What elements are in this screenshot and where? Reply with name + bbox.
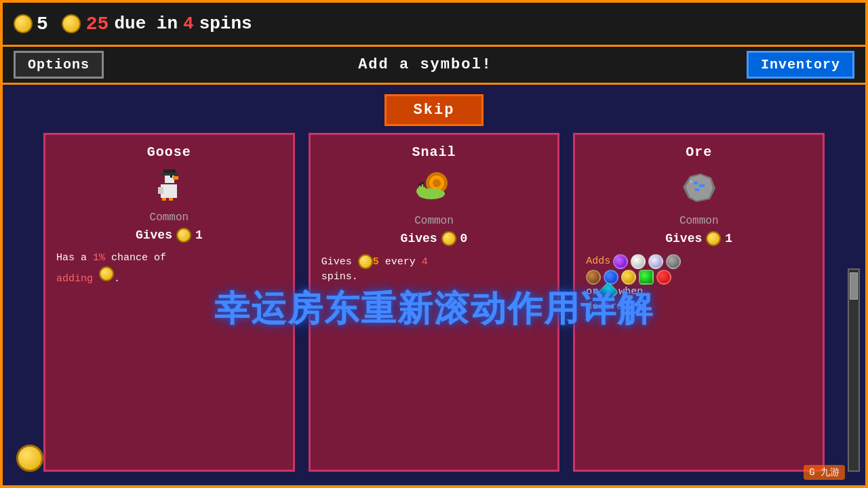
svg-rect-6: [158, 187, 163, 194]
card-snail-rarity: Common: [414, 215, 454, 227]
gives-amount-ore: 1: [725, 232, 732, 245]
card-ore[interactable]: Ore Common Gives 1: [573, 133, 825, 472]
goose-desc-percent: 1%: [93, 252, 105, 264]
gem-brown: [586, 270, 601, 285]
gem-light: [648, 254, 663, 269]
svg-rect-23: [690, 180, 692, 183]
coin-count: 5: [37, 14, 48, 35]
goose-desc-p4: .: [114, 273, 120, 285]
skip-button[interactable]: Skip: [384, 94, 484, 126]
card-ore-desc: Adds or when: [586, 254, 812, 315]
gem-purple: [613, 254, 628, 269]
goose-desc-p3: adding: [56, 273, 93, 285]
goose-desc-p1: Has a: [56, 252, 93, 264]
card-goose[interactable]: Goose: [43, 133, 295, 472]
due-display: 25 due in 4 spins: [62, 14, 252, 35]
card-snail-desc: Gives 5 every 4 spins.: [321, 254, 547, 285]
coin-display: 5: [14, 14, 48, 35]
snail-desc-coin: [358, 254, 373, 269]
due-label: due in: [114, 14, 178, 34]
gem-gold-sm: [621, 270, 636, 285]
svg-rect-3: [170, 176, 172, 178]
scrollbar[interactable]: [848, 268, 860, 472]
snail-sprite: [412, 164, 456, 211]
ore-sprite: [677, 164, 721, 211]
skip-area: Skip: [3, 85, 865, 133]
svg-rect-8: [169, 198, 173, 201]
coin-icon-main: [14, 14, 33, 33]
svg-rect-21: [699, 184, 705, 187]
goose-desc-p2: chance of: [105, 252, 166, 264]
ore-when-text: when: [618, 285, 643, 300]
ore-destroyed-text: destroyed.: [586, 300, 647, 315]
gives-coin-snail: [441, 231, 456, 246]
bottom-logo: G 九游: [804, 465, 845, 480]
top-bar: 5 25 due in 4 spins: [3, 3, 865, 47]
svg-rect-17: [421, 182, 424, 184]
svg-rect-22: [695, 188, 699, 191]
ore-desc-row2: [586, 270, 812, 285]
bottom-left-coin: [16, 445, 43, 472]
svg-rect-5: [161, 173, 178, 176]
coin-icon-due: [62, 14, 81, 33]
card-snail-gives: Gives 0: [401, 231, 468, 246]
card-ore-gives: Gives 1: [665, 231, 732, 246]
card-snail[interactable]: Snail Common: [309, 133, 560, 472]
options-button[interactable]: Options: [14, 51, 104, 79]
svg-rect-20: [694, 182, 698, 184]
gem-white: [631, 254, 646, 269]
card-ore-title: Ore: [686, 144, 712, 160]
gives-amount-goose: 1: [195, 228, 203, 242]
svg-rect-16: [418, 183, 421, 186]
spins-label: spins: [199, 14, 252, 34]
gives-coin-goose: [176, 228, 191, 243]
ore-desc-row3: or when: [586, 285, 812, 300]
ore-desc-row4: destroyed.: [586, 300, 812, 315]
snail-desc-p1: Gives: [321, 256, 358, 268]
svg-point-11: [433, 179, 441, 187]
snail-desc-p2: every: [385, 256, 416, 268]
header-row: Options Add a symbol! Inventory: [3, 47, 865, 85]
snail-desc-coins: 5: [373, 256, 379, 268]
gem-red: [656, 270, 671, 285]
gives-amount-snail: 0: [460, 232, 468, 245]
inventory-button[interactable]: Inventory: [747, 51, 854, 79]
game-container: 5 25 due in 4 spins Options Add a symbol…: [0, 0, 868, 488]
gem-blue: [604, 270, 618, 285]
svg-rect-2: [173, 176, 178, 180]
snail-desc-p3: spins.: [321, 271, 358, 283]
gives-label-goose: Gives: [136, 228, 172, 242]
card-goose-desc: Has a 1% chance of adding .: [56, 251, 282, 287]
page-title: Add a symbol!: [358, 56, 492, 73]
svg-rect-7: [162, 198, 166, 201]
card-goose-gives: Gives 1: [136, 228, 203, 243]
goose-sprite: [147, 164, 191, 207]
gives-label-snail: Gives: [401, 232, 437, 245]
snail-desc-spins: 4: [422, 256, 428, 268]
due-spins: 4: [183, 14, 194, 34]
goose-adds-coin: [99, 266, 114, 281]
ore-adds-text: Adds: [586, 254, 610, 270]
gives-label-ore: Gives: [665, 232, 702, 245]
ore-or-text: or: [586, 285, 598, 300]
ore-desc-row1: Adds: [586, 254, 812, 270]
card-goose-rarity: Common: [150, 211, 189, 224]
gem-gray: [666, 254, 681, 269]
cards-area: 幸运房东重新滚动作用详解 Goose: [3, 133, 865, 485]
due-coins: 25: [86, 14, 109, 35]
gives-coin-ore: [706, 231, 721, 246]
scrollbar-thumb: [850, 272, 858, 300]
gem-green: [639, 270, 654, 285]
card-ore-rarity: Common: [679, 215, 719, 227]
card-snail-title: Snail: [412, 144, 456, 160]
card-goose-title: Goose: [147, 144, 191, 160]
